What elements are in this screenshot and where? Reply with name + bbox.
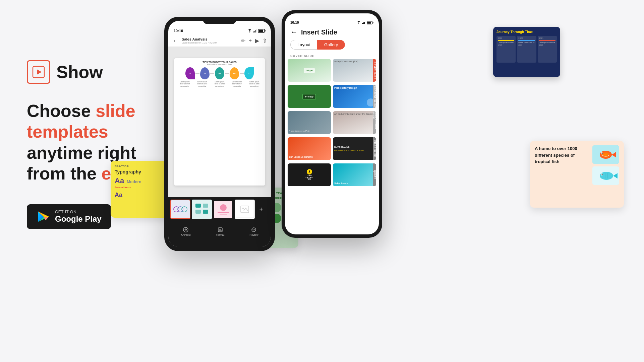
- thumb-2-img: [192, 200, 211, 218]
- node-04-text: Lorem ipsum dolor sit amet consectetur: [230, 81, 244, 87]
- play-icon[interactable]: ▶: [255, 38, 259, 44]
- svg-point-31: [358, 23, 359, 24]
- pencil-icon[interactable]: ✏: [241, 38, 245, 44]
- phone1-content-area: TIPS TO BOOST YOUR SALES Action plan to …: [168, 47, 271, 197]
- thumb-1[interactable]: [170, 200, 190, 219]
- google-play-small-text: GET IT ON: [55, 210, 102, 214]
- svg-rect-33: [363, 22, 364, 24]
- sales-side-label: QUOTE: [373, 163, 376, 186]
- timeline-bar-2: [518, 40, 535, 41]
- process-text-row: Lorem ipsum dolor sit amet consectetur L…: [174, 79, 265, 89]
- svg-rect-4: [254, 31, 255, 32]
- timeline-text-3: Lorem ipsum dolor sit amet: [539, 42, 555, 46]
- thumb-content2[interactable]: Participatory Design CONTENT SLIDE: [333, 85, 376, 108]
- fish-card: A home to over 1000 different species of…: [530, 141, 624, 208]
- thumb-image2-sublabel: PLATFORM FOR BUSINESS SCALING: [334, 149, 375, 151]
- node-02-label: 02: [204, 72, 206, 74]
- nav-review-label: Review: [249, 233, 258, 236]
- svg-point-41: [600, 151, 612, 159]
- thumb-cover1-label: Ikigai: [304, 68, 314, 73]
- node-05-label: 05: [248, 72, 250, 74]
- phone1-doc-title: Sales Analysis: [182, 37, 238, 41]
- phone2-signal-icon: [362, 21, 365, 24]
- tab-gallery[interactable]: Gallery: [317, 40, 345, 50]
- thumb-2[interactable]: [192, 200, 212, 219]
- tagline-line3-normal: from the: [27, 164, 101, 183]
- phone2-header: ← Insert Slide: [285, 26, 379, 40]
- node-04-label: 04: [233, 72, 236, 74]
- fish-card-text: A home to over 1000 different species of…: [535, 145, 589, 165]
- svg-rect-32: [362, 23, 363, 24]
- svg-rect-34: [364, 22, 365, 24]
- node-01-label: 01: [189, 72, 191, 74]
- nav-animate[interactable]: Animate: [181, 227, 191, 236]
- phone1-slide-preview: TIPS TO BOOST YOUR SALES Action plan to …: [174, 58, 265, 186]
- phone2-device: 10:10: [282, 10, 382, 238]
- phone1-bottom-bar: + Animate: [168, 197, 271, 247]
- thumb-4-empty[interactable]: [235, 200, 255, 219]
- nav-animate-label: Animate: [181, 233, 191, 236]
- svg-point-44: [602, 153, 603, 154]
- svg-point-49: [602, 174, 603, 175]
- thumb-content1[interactable]: Privacy: [288, 85, 331, 108]
- battery-icon: [258, 29, 266, 33]
- yellow-modern: Modern: [127, 179, 141, 184]
- wifi-icon: [247, 29, 252, 32]
- thumb-content1-label: Privacy: [302, 94, 316, 99]
- timeline-year-2: 2020: [518, 37, 535, 39]
- timeline-bar-1: [498, 40, 514, 41]
- thumb-image1[interactable]: BBA LESSONS CHAMPS: [288, 137, 331, 160]
- svg-rect-8: [259, 30, 263, 32]
- google-play-icon: [36, 210, 50, 224]
- phone1-back-icon[interactable]: ←: [172, 37, 179, 45]
- svg-rect-15: [195, 204, 201, 208]
- node-03-text: Lorem ipsum dolor sit amet consectetur: [213, 81, 226, 87]
- phone2-statusbar: 10:10: [285, 13, 379, 26]
- phone2-tabs: Layout Gallery: [285, 40, 379, 53]
- thumb-cold-tips[interactable]: COLDCALLINGTIPS: [288, 163, 331, 186]
- thumb-3[interactable]: [213, 200, 233, 219]
- cold-tips-circle: [307, 169, 312, 174]
- arrow-4: [240, 73, 244, 74]
- node-04: 04: [230, 67, 239, 79]
- share-icon[interactable]: ⇧: [262, 38, 267, 44]
- phone1-screen: 10:10: [168, 21, 271, 247]
- journey-card-timeline: 2019 Lorem ipsum dolor sit amet 2020 Lor…: [496, 36, 557, 63]
- svg-rect-27: [218, 228, 222, 232]
- node-05-text: Lorem ipsum dolor sit amet consectetur: [248, 81, 261, 87]
- thumb-comp1[interactable]: A step to success (Ant): [288, 111, 331, 134]
- phone2-status-icons: [357, 21, 373, 24]
- phone2-back-icon[interactable]: ←: [290, 28, 298, 37]
- thumb-image2[interactable]: BLITZ SCALING PLATFORM FOR BUSINESS SCAL…: [333, 137, 376, 160]
- gallery-row-comparison: A step to success (Ant) Art and Architec…: [288, 111, 376, 134]
- add-icon[interactable]: +: [249, 38, 252, 44]
- gallery-row-cover: Ikigai A step to success (Ant) COVER SLI…: [288, 59, 376, 82]
- google-play-button[interactable]: GET IT ON Google Play: [27, 204, 111, 229]
- thumb-sales-leads[interactable]: Sales Leads QUOTE: [333, 163, 376, 186]
- thumb-1-img: [171, 200, 190, 218]
- thumb-image1-label: BBA LESSONS CHAMPS: [289, 156, 330, 159]
- svg-marker-1: [37, 69, 42, 75]
- thumbnail-strip[interactable]: +: [168, 197, 271, 224]
- nav-format[interactable]: Format: [216, 227, 224, 236]
- node-01-text: Lorem ipsum dolor sit amet consectetur: [178, 81, 191, 87]
- phone2-wifi-icon: [357, 21, 361, 24]
- thumb-comp2[interactable]: Art and Architecture under the Globes CO…: [333, 111, 376, 134]
- timeline-text-2: Lorem ipsum dolor sit amet: [518, 42, 535, 46]
- thumb-add-button[interactable]: +: [256, 200, 266, 219]
- node-03: 03: [215, 67, 224, 79]
- thumb-cover2[interactable]: A step to success (Ant) COVER SLIDE: [333, 59, 376, 82]
- tab-layout[interactable]: Layout: [290, 40, 317, 50]
- thumb-cover1[interactable]: Ikigai: [288, 59, 331, 82]
- arrow-1: [195, 73, 199, 74]
- fish-images: [592, 145, 619, 185]
- timeline-bar-3: [539, 40, 555, 41]
- arrow-3: [225, 73, 229, 74]
- app-name: Show: [56, 62, 103, 82]
- svg-rect-14: [193, 201, 211, 218]
- gallery-row-sales: COLDCALLINGTIPS Sales Leads QUOTE: [288, 163, 376, 186]
- fish-img-1: [592, 145, 619, 164]
- nav-review[interactable]: Review: [249, 227, 258, 236]
- journey-card: Journey Through Time 2019 Lorem ipsum do…: [493, 27, 560, 77]
- phone1-nav-bar: Animate Format: [168, 224, 271, 240]
